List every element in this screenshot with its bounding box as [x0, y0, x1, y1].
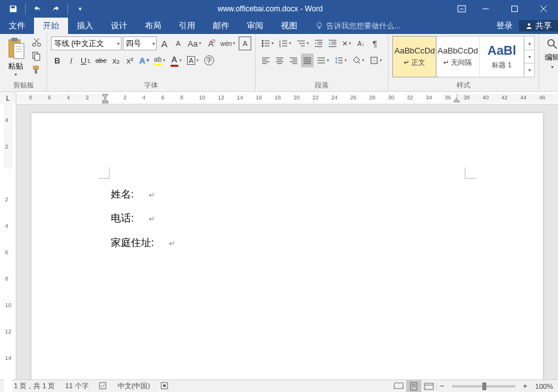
svg-rect-19: [33, 66, 38, 69]
view-read-button[interactable]: [391, 380, 406, 393]
tab-insert[interactable]: 插入: [68, 18, 102, 34]
justify-button[interactable]: [301, 53, 314, 67]
undo-button[interactable]: [30, 1, 46, 16]
svg-point-25: [262, 45, 264, 47]
zoom-in-button[interactable]: +: [520, 381, 530, 391]
tell-me-search[interactable]: 告诉我您想要做什么...: [306, 18, 490, 34]
pinyin-guide-button[interactable]: wén: [219, 36, 237, 50]
tab-layout[interactable]: 布局: [136, 18, 170, 34]
clear-formatting-button[interactable]: A⊘: [205, 36, 217, 50]
font-color-button[interactable]: A: [169, 53, 184, 67]
shrink-font-button[interactable]: A: [172, 36, 185, 50]
document-content[interactable]: 姓名:↵ 电话:↵ 家庭住址:↵: [111, 182, 175, 255]
copy-button[interactable]: [30, 50, 43, 62]
group-label-styles: 样式: [392, 80, 535, 91]
borders-button[interactable]: [368, 53, 384, 67]
status-language[interactable]: 中文(中国): [113, 381, 155, 391]
sort-button[interactable]: A↓: [355, 36, 367, 50]
tab-home[interactable]: 开始: [34, 18, 68, 34]
qat-customize[interactable]: ▾: [72, 1, 88, 16]
decrease-indent-button[interactable]: [312, 36, 325, 50]
status-macro[interactable]: [155, 381, 174, 391]
cut-button[interactable]: [30, 36, 43, 48]
justify-icon: [303, 56, 312, 65]
redo-button[interactable]: [47, 1, 64, 16]
show-marks-button[interactable]: ¶: [368, 36, 381, 50]
increase-indent-button[interactable]: [326, 36, 339, 50]
copy-icon: [31, 51, 42, 61]
hanging-indent-marker[interactable]: [102, 98, 108, 104]
share-button[interactable]: 共享: [519, 20, 558, 31]
text-direction-button[interactable]: ✕: [340, 36, 353, 50]
status-wordcount[interactable]: 11 个字: [60, 381, 93, 391]
char-shading-button[interactable]: A: [185, 53, 201, 67]
char-border-button[interactable]: A: [239, 36, 251, 50]
tab-design[interactable]: 设计: [102, 18, 136, 34]
gallery-scroll-up[interactable]: ▴: [525, 36, 534, 50]
shading-button[interactable]: [350, 53, 367, 67]
right-indent-marker[interactable]: [453, 98, 460, 104]
svg-point-13: [33, 43, 36, 47]
group-paragraph: 123 ✕ A↓ ¶: [256, 34, 389, 91]
maximize-button[interactable]: [500, 0, 529, 18]
tab-selector[interactable]: L: [0, 92, 16, 104]
read-mode-icon: [394, 382, 404, 391]
multilevel-list-button[interactable]: [295, 36, 311, 50]
align-left-button[interactable]: [259, 53, 272, 67]
view-print-button[interactable]: [406, 380, 421, 393]
highlight-button[interactable]: ab: [152, 53, 168, 67]
margin-corner-tr: [465, 167, 476, 179]
tab-mailings[interactable]: 邮件: [204, 18, 238, 34]
tab-file[interactable]: 文件: [0, 18, 34, 34]
login-button[interactable]: 登录: [490, 20, 519, 31]
grow-font-button[interactable]: A: [158, 36, 171, 50]
strikethrough-button[interactable]: abc: [93, 53, 108, 67]
svg-point-70: [548, 40, 554, 46]
page[interactable]: 姓名:↵ 电话:↵ 家庭住址:↵: [31, 113, 543, 379]
change-case-button[interactable]: Aa: [186, 36, 203, 50]
document-scroll[interactable]: 姓名:↵ 电话:↵ 家庭住址:↵: [16, 104, 558, 379]
format-painter-button[interactable]: [30, 64, 43, 76]
tab-references[interactable]: 引用: [170, 18, 204, 34]
gallery-expand[interactable]: ▾: [525, 64, 534, 77]
distribute-button[interactable]: [315, 53, 331, 67]
bold-button[interactable]: B: [51, 53, 64, 67]
numbering-button[interactable]: 123: [277, 36, 293, 50]
text-effects-button[interactable]: A: [137, 53, 151, 67]
ribbon-display-options[interactable]: [452, 0, 471, 18]
align-right-button[interactable]: [287, 53, 300, 67]
save-button[interactable]: [5, 1, 21, 16]
enclose-char-button[interactable]: 字: [202, 53, 216, 67]
paste-button[interactable]: 粘贴 ▾: [4, 36, 28, 79]
font-name-combo[interactable]: 等线 (中文正文▾: [51, 36, 122, 50]
zoom-out-button[interactable]: −: [437, 381, 447, 391]
tab-view[interactable]: 视图: [272, 18, 306, 34]
line-spacing-button[interactable]: [333, 53, 349, 67]
status-spellcheck[interactable]: [94, 381, 113, 391]
align-center-button[interactable]: [273, 53, 286, 67]
bullets-button[interactable]: [259, 36, 276, 50]
underline-button[interactable]: U: [79, 53, 92, 67]
style-item-nospacing[interactable]: AaBbCcDd ↵ 无间隔: [436, 36, 480, 77]
view-web-button[interactable]: [421, 380, 436, 393]
group-font: 等线 (中文正文▾ 四号▾ A A Aa A⊘ wén A B I U abc …: [47, 34, 256, 91]
svg-text:3: 3: [279, 44, 281, 48]
tab-review[interactable]: 审阅: [238, 18, 272, 34]
style-item-heading1[interactable]: AaBl 标题 1: [480, 36, 524, 77]
style-item-normal[interactable]: AaBbCcDd ↵ 正文: [392, 36, 436, 77]
italic-button[interactable]: I: [65, 53, 77, 67]
gallery-scroll-down[interactable]: ▾: [525, 50, 534, 64]
horizontal-ruler[interactable]: 8642246810121416182022242628303234363840…: [16, 92, 558, 104]
zoom-slider-thumb[interactable]: [482, 383, 486, 390]
find-button[interactable]: [544, 37, 558, 51]
find-icon: [546, 38, 558, 50]
minimize-button[interactable]: [471, 0, 500, 18]
zoom-level[interactable]: 100%: [530, 383, 558, 390]
close-button[interactable]: [529, 0, 558, 18]
subscript-button[interactable]: x₂: [110, 53, 122, 67]
superscript-button[interactable]: x²: [123, 53, 136, 67]
group-label-paragraph: 段落: [259, 80, 384, 91]
zoom-slider[interactable]: [452, 385, 515, 388]
font-size-combo[interactable]: 四号▾: [123, 36, 157, 50]
vertical-ruler[interactable]: 422468101214: [0, 104, 16, 379]
